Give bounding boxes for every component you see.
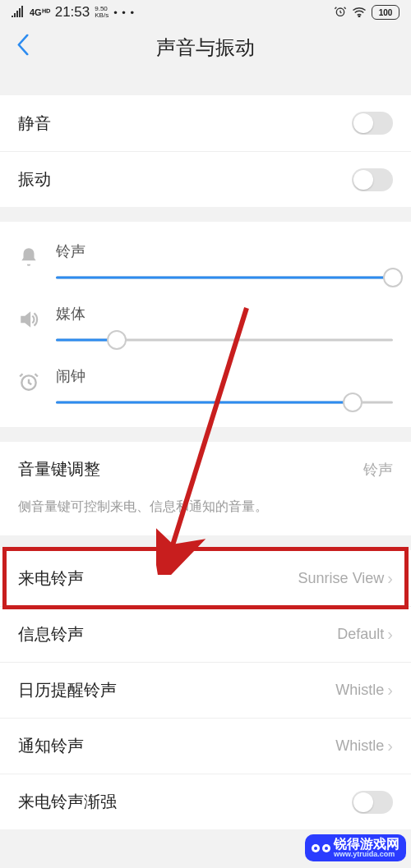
chevron-right-icon: ›: [387, 625, 393, 644]
mute-label: 静音: [18, 113, 51, 135]
calendar-ringtone-row[interactable]: 日历提醒铃声 Whistle›: [0, 662, 411, 718]
incoming-ringtone-value: Sunrise View: [298, 570, 385, 587]
vibrate-label: 振动: [18, 168, 51, 191]
volume-key-value: 铃声: [363, 460, 393, 480]
message-ringtone-value: Default: [337, 626, 384, 643]
volume-key-description: 侧音量键可控制来电、信息和通知的音量。: [18, 498, 393, 530]
chevron-right-icon: ›: [387, 681, 393, 700]
message-ringtone-row[interactable]: 信息铃声 Default›: [0, 606, 411, 662]
net-speed-unit: KB/s: [95, 12, 109, 19]
media-volume-label: 媒体: [56, 304, 393, 324]
alarm-volume-slider[interactable]: [56, 393, 393, 412]
volume-key-row[interactable]: 音量键调整 铃声: [18, 458, 393, 480]
alarm-volume-label: 闹钟: [56, 366, 393, 386]
mute-row[interactable]: 静音: [0, 95, 411, 151]
svg-point-1: [358, 16, 360, 17]
back-button[interactable]: [10, 28, 36, 68]
status-clock: 21:53: [55, 4, 90, 21]
network-type: 4Gᴴᴰ: [30, 7, 50, 18]
media-volume-slider[interactable]: [56, 330, 393, 350]
notification-ringtone-row[interactable]: 通知铃声 Whistle›: [0, 718, 411, 774]
chevron-right-icon: ›: [387, 569, 393, 588]
calendar-ringtone-value: Whistle: [335, 682, 384, 699]
incoming-ringtone-label: 来电铃声: [18, 567, 84, 590]
vibrate-row[interactable]: 振动: [0, 151, 411, 207]
mute-toggle[interactable]: [352, 112, 393, 135]
ringtone-fadein-toggle[interactable]: [352, 791, 393, 814]
watermark-text: 锐得游戏网: [334, 838, 399, 851]
media-volume-row: 媒体: [18, 304, 393, 350]
notification-ringtone-value: Whistle: [335, 737, 384, 755]
ringtone-fadein-row[interactable]: 来电铃声渐强: [0, 774, 411, 829]
ringtone-volume-slider[interactable]: [56, 268, 393, 287]
alarm-icon: [334, 5, 347, 21]
battery-indicator: 100: [372, 5, 399, 20]
ringtone-volume-label: 铃声: [56, 241, 393, 261]
chevron-right-icon: ›: [387, 737, 393, 755]
volume-key-label: 音量键调整: [18, 458, 100, 480]
watermark-url: www.ytruida.com: [334, 851, 399, 858]
page-header: 声音与振动: [0, 25, 411, 71]
status-bar: 4Gᴴᴰ 21:53 9.50 KB/s • • • 100: [0, 0, 411, 25]
bell-icon: [18, 246, 41, 271]
ringtone-fadein-label: 来电铃声渐强: [18, 791, 117, 813]
wifi-icon: [352, 6, 367, 20]
volume-key-section: 音量键调整 铃声 侧音量键可控制来电、信息和通知的音量。: [0, 442, 411, 535]
incoming-ringtone-row[interactable]: 来电铃声 Sunrise View›: [0, 550, 411, 606]
ringtone-volume-row: 铃声: [18, 241, 393, 287]
vibrate-toggle[interactable]: [352, 168, 393, 191]
speaker-icon: [18, 309, 41, 333]
more-dots: • • •: [113, 7, 135, 19]
watermark: 锐得游戏网 www.ytruida.com: [305, 834, 406, 861]
notification-ringtone-label: 通知铃声: [18, 735, 84, 757]
message-ringtone-label: 信息铃声: [18, 623, 84, 645]
page-title: 声音与振动: [0, 34, 411, 61]
signal-icon: [12, 6, 25, 20]
calendar-ringtone-label: 日历提醒铃声: [18, 679, 117, 701]
volume-sliders-section: 铃声 媒体 闹钟: [0, 222, 411, 427]
alarm-volume-row: 闹钟: [18, 366, 393, 412]
alarm-clock-icon: [18, 371, 41, 396]
